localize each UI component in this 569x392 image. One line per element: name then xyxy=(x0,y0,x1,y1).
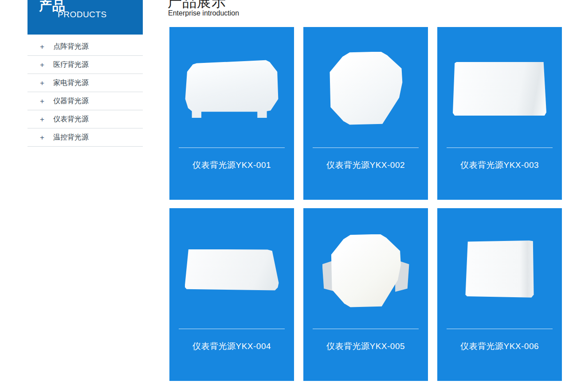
plus-icon[interactable]: + xyxy=(39,116,45,123)
product-name: 仪表背光源YKX-006 xyxy=(437,341,562,352)
plus-icon[interactable]: + xyxy=(39,61,45,69)
card-divider xyxy=(179,329,285,329)
product-image xyxy=(326,52,406,125)
card-divider xyxy=(313,329,419,329)
sidebar-item-label: 仪器背光源 xyxy=(53,97,89,106)
card-divider xyxy=(447,147,553,148)
sidebar-item-medical-backlight[interactable]: + 医疗背光源 xyxy=(27,56,143,74)
product-image-body xyxy=(327,234,404,307)
product-name: 仪表背光源YKX-005 xyxy=(303,341,428,352)
card-divider xyxy=(179,147,285,148)
plus-icon[interactable]: + xyxy=(39,97,45,105)
product-card-ykx-006[interactable]: 仪表背光源YKX-006 xyxy=(437,208,562,381)
product-image xyxy=(322,234,409,307)
sidebar-item-label: 仪表背光源 xyxy=(53,115,89,124)
sidebar-item-instrument-backlight[interactable]: + 仪器背光源 xyxy=(27,92,143,110)
product-image-wrap xyxy=(303,208,428,329)
sidebar-menu: + 点阵背光源 + 医疗背光源 + 家电背光源 + 仪器背光源 + 仪表背光源 … xyxy=(27,38,143,147)
product-name: 仪表背光源YKX-003 xyxy=(437,159,562,171)
product-image xyxy=(453,62,546,116)
product-name: 仪表背光源YKX-002 xyxy=(303,159,428,171)
product-card-ykx-004[interactable]: 仪表背光源YKX-004 xyxy=(169,208,294,381)
sidebar-item-dot-matrix-backlight[interactable]: + 点阵背光源 xyxy=(27,38,143,56)
products-sidebar: 产品 PRODUCTS + 点阵背光源 + 医疗背光源 + 家电背光源 + 仪器… xyxy=(27,0,143,147)
product-image xyxy=(461,241,538,298)
sidebar-item-label: 医疗背光源 xyxy=(53,60,89,70)
product-image-wrap xyxy=(303,27,428,147)
product-card-ykx-002[interactable]: 仪表背光源YKX-002 xyxy=(303,27,428,200)
product-image-wrap xyxy=(169,27,294,147)
sidebar-header: 产品 PRODUCTS xyxy=(27,0,143,35)
product-card-ykx-005[interactable]: 仪表背光源YKX-005 xyxy=(303,208,428,381)
sidebar-item-label: 温控背光源 xyxy=(53,133,89,142)
product-image-wrap xyxy=(437,208,562,329)
card-divider xyxy=(447,329,553,329)
sidebar-item-appliance-backlight[interactable]: + 家电背光源 xyxy=(27,74,143,92)
sidebar-item-label: 家电背光源 xyxy=(53,78,89,88)
product-name: 仪表背光源YKX-001 xyxy=(169,159,294,171)
product-card-ykx-001[interactable]: 仪表背光源YKX-001 xyxy=(169,27,294,200)
product-image xyxy=(184,60,279,120)
product-image xyxy=(185,249,279,291)
sidebar-item-meter-backlight[interactable]: + 仪表背光源 xyxy=(27,110,143,128)
product-image-wrap xyxy=(437,27,562,147)
sidebar-subtitle: PRODUCTS xyxy=(58,10,107,19)
page-subtitle: Enterprise introduction xyxy=(168,9,239,17)
product-name: 仪表背光源YKX-004 xyxy=(169,341,294,352)
plus-icon[interactable]: + xyxy=(39,43,45,50)
product-image-wrap xyxy=(169,208,294,329)
sidebar-item-temperature-backlight[interactable]: + 温控背光源 xyxy=(27,128,143,147)
card-divider xyxy=(313,147,419,148)
plus-icon[interactable]: + xyxy=(39,79,45,87)
sidebar-item-label: 点阵背光源 xyxy=(53,42,89,51)
plus-icon[interactable]: + xyxy=(39,134,45,141)
product-grid: 仪表背光源YKX-001 仪表背光源YKX-002 仪表背光源YKX-003 仪… xyxy=(169,27,562,381)
product-card-ykx-003[interactable]: 仪表背光源YKX-003 xyxy=(437,27,562,200)
